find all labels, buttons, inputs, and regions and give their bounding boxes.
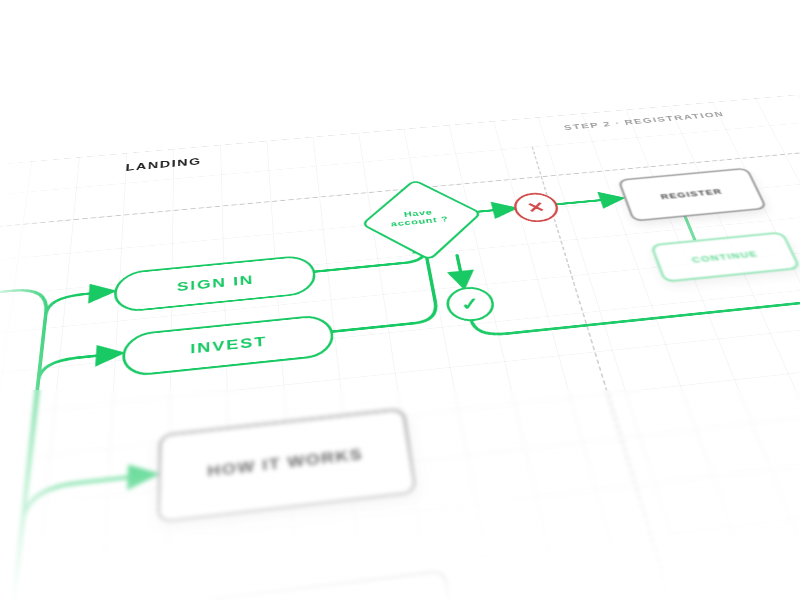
node-sign-in[interactable]: SIGN IN <box>113 254 318 314</box>
node-invest-label: INVEST <box>190 333 267 356</box>
node-register-label: REGISTER <box>659 187 724 201</box>
x-mark-icon: ✕ <box>525 198 547 216</box>
node-continue[interactable]: CONTINUE <box>650 232 800 283</box>
dof-overlay-top <box>0 0 800 70</box>
check-mark-icon: ✓ <box>459 293 482 314</box>
node-decision-have-account[interactable]: Have account ? <box>352 172 490 265</box>
node-how-it-works-label: HOW IT WORKS <box>207 446 364 480</box>
flowchart-plane: LANDING STEP 2 · REGISTRATION <box>0 91 800 600</box>
node-register[interactable]: REGISTER <box>618 168 768 222</box>
node-how-it-works[interactable]: HOW IT WORKS <box>157 408 416 523</box>
node-invest[interactable]: INVEST <box>121 313 335 377</box>
node-decision-label: Have account ? <box>352 172 490 265</box>
node-continue-label: CONTINUE <box>690 249 759 264</box>
node-why-us[interactable]: WHY US ? <box>171 570 462 600</box>
flowchart-canvas: LANDING STEP 2 · REGISTRATION <box>0 0 800 600</box>
branch-yes-icon: ✓ <box>443 285 497 324</box>
section-label-registration: STEP 2 · REGISTRATION <box>563 110 726 132</box>
section-label-landing: LANDING <box>125 156 201 173</box>
connectors-layer <box>0 91 800 600</box>
node-sign-in-label: SIGN IN <box>177 272 255 293</box>
